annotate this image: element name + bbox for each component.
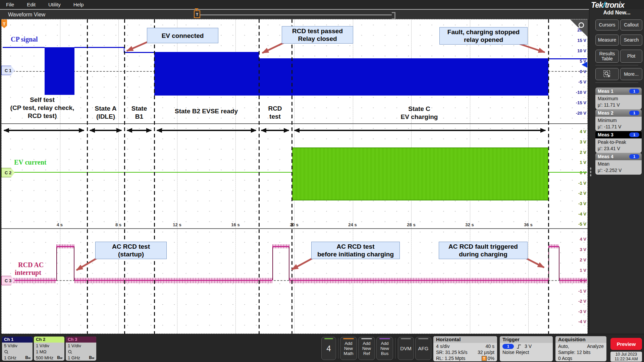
time: 11:22:34 AM	[610, 357, 642, 361]
menu-file[interactable]: File	[6, 2, 14, 7]
cursors-button[interactable]: Cursors	[595, 19, 619, 31]
results-table-button[interactable]: Results Table	[595, 50, 619, 63]
time-label: 24 s	[344, 222, 361, 227]
trigger-level-arrow-icon[interactable]	[582, 62, 587, 68]
c1-scale-label: 10 V	[574, 48, 586, 53]
zoom-mode-button[interactable]	[595, 68, 619, 80]
ch1-bandwidth: 1 GHz	[4, 355, 16, 360]
menu-edit[interactable]: Edit	[27, 2, 36, 7]
callout-rcd-before-charging[interactable]: AC RCD test before initiating charging	[311, 242, 400, 259]
meas1-badge[interactable]: Meas 1 1 Maximum µ': 11.71 V	[595, 87, 642, 109]
menu-help[interactable]: Help	[73, 2, 84, 7]
callout-fault-stopped[interactable]: Fault, charging stopped relay opened	[439, 27, 528, 45]
horizontal-panel[interactable]: Horizontal 4 s/div40 s SR: 31.25 kS/s32 …	[433, 336, 497, 361]
dvm-button[interactable]: DVM	[398, 337, 414, 360]
c1-scale-label: -15 V	[574, 100, 586, 105]
math-strip	[343, 338, 354, 339]
plot-button[interactable]: Plot	[620, 50, 642, 63]
add-new-ref-button[interactable]: Add New Ref	[358, 337, 375, 360]
callout-rcd-test-passed[interactable]: RCD test passed Relay closed	[282, 26, 353, 44]
ch1-badge[interactable]: Ch 1 5 V/div 1 GHz Bw	[2, 337, 33, 361]
trigger-panel[interactable]: Trigger 1 3 V Noise Reject	[500, 336, 553, 361]
meas4-value: µ': -2.252 V	[598, 167, 639, 174]
waveform-view-title[interactable]: Waveform View	[8, 12, 45, 18]
ch2-badge[interactable]: Ch 2 1 V/div 1 MΩ 500 MHz Bw	[34, 337, 64, 361]
separator	[338, 338, 338, 359]
add-new-bus-button[interactable]: Add New Bus	[376, 337, 393, 360]
zoom-extent-bracket[interactable]	[392, 12, 395, 19]
time-label: 28 s	[403, 222, 420, 227]
search-button[interactable]: Search	[620, 35, 642, 46]
meas3-badge[interactable]: Meas 3 1 Peak-to-Peak µ': 23.41 V	[595, 131, 642, 153]
c2-current-block	[292, 147, 548, 200]
event-marker-line	[548, 19, 549, 334]
trigger-position-mini-icon: T	[482, 356, 487, 361]
event-marker-line	[259, 19, 260, 334]
section-divider	[1, 228, 588, 229]
acq-analyze: Analyze	[587, 344, 604, 349]
time-label: 12 s	[169, 222, 185, 227]
meas4-badge[interactable]: Meas 4 1 Mean µ': -2.252 V	[595, 153, 642, 175]
c2-trace-segment	[548, 172, 587, 173]
time-label: 4 s	[51, 222, 68, 227]
add-new-heading: Add New...	[589, 10, 644, 16]
c3-pulse-top-line	[548, 246, 559, 247]
c2-scale-label: -1 V	[574, 181, 586, 186]
time-label: 20 s	[286, 222, 303, 227]
c1-scale-label: 15 V	[574, 38, 586, 43]
c3-scale-label: 2 V	[574, 257, 586, 262]
c3-pulse-edge	[559, 247, 559, 280]
waveform-count-button[interactable]: 4	[321, 337, 336, 360]
date: 10 Jul 2023	[610, 352, 642, 357]
ch2-bandwidth: 500 MHz	[36, 355, 53, 360]
ch3-bandwidth: 1 GHz	[68, 355, 80, 360]
ch3-scale: 1 V/div	[68, 343, 81, 348]
meas1-stat: Maximum	[598, 96, 639, 102]
c3-scale-label: -1 V	[574, 289, 586, 294]
bus-strip	[379, 338, 390, 339]
sidebar: Add New... Cursors Callout Measure Searc…	[589, 9, 644, 335]
acquisition-panel[interactable]: Acquisition Auto,Analyze Sample: 12 bits…	[555, 336, 606, 361]
more-button[interactable]: More...	[620, 68, 642, 80]
sidebar-divider	[595, 65, 638, 65]
menu-utility[interactable]: Utility	[48, 2, 61, 7]
datetime-badge: 10 Jul 2023 11:22:34 AM	[610, 352, 642, 362]
callout-rcd-fault-charging[interactable]: AC RCD fault triggered during charging	[439, 242, 528, 259]
meas1-name: Meas 1	[598, 88, 613, 94]
callout-rcd-startup[interactable]: AC RCD test (startup)	[95, 242, 167, 259]
section-divider	[1, 123, 588, 124]
callout-button[interactable]: Callout	[620, 19, 642, 31]
zoom-select-icon	[603, 70, 611, 78]
meas2-badge[interactable]: Meas 2 1 Minimum µ': -11.71 V	[595, 109, 642, 131]
horizontal-scale: 4 s/div	[436, 344, 449, 349]
c1-trace-segment	[548, 58, 587, 59]
trigger-position-icon[interactable]: T	[194, 10, 200, 18]
c2-scale-label: -3 V	[574, 201, 586, 206]
c1-pwm-block-b2	[154, 52, 259, 96]
gridline	[118, 19, 119, 334]
panel-drag-handle[interactable]	[590, 167, 592, 176]
afg-button[interactable]: AFG	[415, 337, 431, 360]
preview-button[interactable]: Preview	[610, 338, 642, 350]
callout-ev-connected[interactable]: EV connected	[147, 28, 218, 43]
event-marker-line	[87, 19, 88, 334]
c3-trace-segment	[559, 280, 587, 281]
c2-trace-segment	[3, 172, 292, 173]
ch2-impedance: 1 MΩ	[36, 349, 46, 354]
ch2-scale: 1 V/div	[36, 343, 49, 348]
time-label: 8 s	[110, 222, 127, 227]
meas2-source-pill: 1	[629, 111, 639, 115]
c2-scale-label: -4 V	[574, 212, 586, 217]
add-new-math-button[interactable]: Add New Math	[340, 337, 357, 360]
ch2-header: Ch 2	[34, 337, 64, 343]
ch3-badge[interactable]: Ch 3 1 V/div 1 GHz Bw	[66, 337, 96, 361]
event-marker-line	[154, 19, 155, 334]
stage-label-state-b2: State B2 EVSE ready	[155, 107, 258, 115]
probe-icon	[68, 350, 72, 354]
sample-rate: SR: 31.25 kS/s	[436, 350, 467, 355]
measure-button[interactable]: Measure	[595, 35, 619, 46]
meas2-name: Meas 2	[598, 110, 613, 116]
c2-scale-label: 0 V	[574, 170, 586, 175]
event-marker-line	[291, 19, 292, 334]
c1-scale-label: -10 V	[574, 90, 586, 95]
